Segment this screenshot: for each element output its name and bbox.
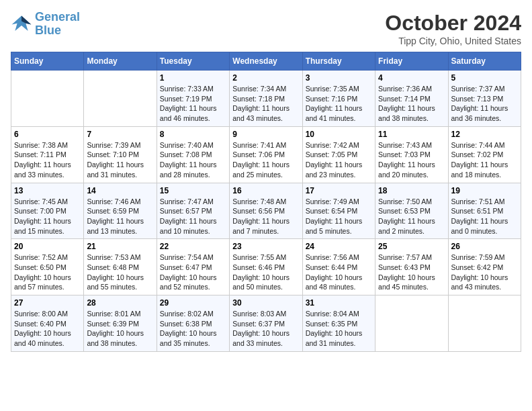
day-number: 29: [160, 298, 226, 308]
day-number: 1: [160, 73, 226, 83]
weekday-header-friday: Friday: [375, 52, 448, 71]
cell-details: Sunrise: 7:52 AMSunset: 6:50 PMDaylight:…: [14, 253, 81, 292]
logo: General Blue: [11, 11, 80, 38]
weekday-header-sunday: Sunday: [11, 52, 84, 71]
calendar-table: SundayMondayTuesdayWednesdayThursdayFrid…: [11, 52, 521, 352]
day-number: 16: [232, 186, 299, 195]
cell-details: Sunrise: 7:39 AMSunset: 7:10 PMDaylight:…: [87, 140, 153, 180]
day-number: 14: [87, 186, 153, 195]
cell-details: Sunrise: 7:50 AMSunset: 6:53 PMDaylight:…: [378, 197, 445, 236]
weekday-header-monday: Monday: [84, 52, 157, 71]
header: General Blue October 2024 Tipp City, Ohi…: [11, 11, 521, 46]
calendar-cell: 15Sunrise: 7:47 AMSunset: 6:57 PMDayligh…: [157, 183, 229, 239]
week-row-4: 20Sunrise: 7:52 AMSunset: 6:50 PMDayligh…: [11, 239, 521, 295]
day-number: 12: [451, 130, 518, 139]
cell-details: Sunrise: 7:44 AMSunset: 7:02 PMDaylight:…: [451, 140, 518, 180]
day-number: 27: [14, 298, 81, 308]
day-number: 19: [451, 186, 518, 195]
cell-details: Sunrise: 7:34 AMSunset: 7:18 PMDaylight:…: [232, 84, 299, 124]
day-number: 24: [306, 242, 372, 251]
day-number: 17: [306, 186, 372, 195]
day-number: 25: [378, 242, 445, 251]
month-title: October 2024: [385, 11, 521, 36]
cell-details: Sunrise: 7:43 AMSunset: 7:03 PMDaylight:…: [378, 140, 445, 180]
calendar-cell: 13Sunrise: 7:45 AMSunset: 7:00 PMDayligh…: [11, 183, 84, 239]
calendar-cell: 18Sunrise: 7:50 AMSunset: 6:53 PMDayligh…: [375, 183, 448, 239]
logo-text: General Blue: [35, 11, 80, 38]
calendar-cell: 22Sunrise: 7:54 AMSunset: 6:47 PMDayligh…: [157, 239, 229, 295]
day-number: 8: [160, 130, 226, 139]
calendar-cell: 26Sunrise: 7:59 AMSunset: 6:42 PMDayligh…: [448, 239, 521, 295]
cell-details: Sunrise: 7:56 AMSunset: 6:44 PMDaylight:…: [306, 253, 372, 292]
calendar-cell: 4Sunrise: 7:36 AMSunset: 7:14 PMDaylight…: [375, 71, 448, 127]
cell-details: Sunrise: 8:01 AMSunset: 6:39 PMDaylight:…: [87, 309, 153, 349]
calendar-cell: 10Sunrise: 7:42 AMSunset: 7:05 PMDayligh…: [302, 126, 375, 183]
calendar-cell: 29Sunrise: 8:02 AMSunset: 6:38 PMDayligh…: [157, 295, 229, 352]
day-number: 26: [451, 242, 518, 251]
calendar-cell: 31Sunrise: 8:04 AMSunset: 6:35 PMDayligh…: [302, 295, 375, 352]
calendar-cell: 8Sunrise: 7:40 AMSunset: 7:08 PMDaylight…: [157, 126, 229, 183]
week-row-2: 6Sunrise: 7:38 AMSunset: 7:11 PMDaylight…: [11, 126, 521, 183]
calendar-cell: 30Sunrise: 8:03 AMSunset: 6:37 PMDayligh…: [230, 295, 302, 352]
week-row-5: 27Sunrise: 8:00 AMSunset: 6:40 PMDayligh…: [11, 295, 521, 352]
cell-details: Sunrise: 7:33 AMSunset: 7:19 PMDaylight:…: [160, 84, 226, 124]
calendar-cell: 24Sunrise: 7:56 AMSunset: 6:44 PMDayligh…: [302, 239, 375, 295]
cell-details: Sunrise: 7:57 AMSunset: 6:43 PMDaylight:…: [378, 253, 445, 292]
calendar-cell: 11Sunrise: 7:43 AMSunset: 7:03 PMDayligh…: [375, 126, 448, 183]
day-number: 18: [378, 186, 445, 195]
calendar-cell: 25Sunrise: 7:57 AMSunset: 6:43 PMDayligh…: [375, 239, 448, 295]
day-number: 13: [14, 186, 81, 195]
calendar-cell: [11, 71, 84, 127]
day-number: 30: [232, 298, 299, 308]
weekday-header-row: SundayMondayTuesdayWednesdayThursdayFrid…: [11, 52, 521, 71]
calendar-cell: 5Sunrise: 7:37 AMSunset: 7:13 PMDaylight…: [448, 71, 521, 127]
cell-details: Sunrise: 7:38 AMSunset: 7:11 PMDaylight:…: [14, 140, 81, 180]
calendar-cell: 27Sunrise: 8:00 AMSunset: 6:40 PMDayligh…: [11, 295, 84, 352]
calendar-cell: 7Sunrise: 7:39 AMSunset: 7:10 PMDaylight…: [84, 126, 157, 183]
calendar-cell: 19Sunrise: 7:51 AMSunset: 6:51 PMDayligh…: [448, 183, 521, 239]
day-number: 22: [160, 242, 226, 251]
cell-details: Sunrise: 7:53 AMSunset: 6:48 PMDaylight:…: [87, 253, 153, 292]
day-number: 7: [87, 130, 153, 139]
day-number: 23: [232, 242, 299, 251]
calendar-cell: [375, 295, 448, 352]
day-number: 31: [306, 298, 372, 308]
day-number: 5: [451, 73, 518, 83]
weekday-header-saturday: Saturday: [448, 52, 521, 71]
day-number: 28: [87, 298, 153, 308]
cell-details: Sunrise: 8:00 AMSunset: 6:40 PMDaylight:…: [14, 309, 81, 349]
cell-details: Sunrise: 8:04 AMSunset: 6:35 PMDaylight:…: [306, 309, 372, 349]
cell-details: Sunrise: 7:40 AMSunset: 7:08 PMDaylight:…: [160, 140, 226, 180]
cell-details: Sunrise: 7:35 AMSunset: 7:16 PMDaylight:…: [306, 84, 372, 124]
weekday-header-wednesday: Wednesday: [230, 52, 302, 71]
week-row-1: 1Sunrise: 7:33 AMSunset: 7:19 PMDaylight…: [11, 71, 521, 127]
calendar-cell: 3Sunrise: 7:35 AMSunset: 7:16 PMDaylight…: [302, 71, 375, 127]
calendar-cell: 14Sunrise: 7:46 AMSunset: 6:59 PMDayligh…: [84, 183, 157, 239]
cell-details: Sunrise: 7:37 AMSunset: 7:13 PMDaylight:…: [451, 84, 518, 124]
calendar-cell: 16Sunrise: 7:48 AMSunset: 6:56 PMDayligh…: [230, 183, 302, 239]
cell-details: Sunrise: 7:54 AMSunset: 6:47 PMDaylight:…: [160, 253, 226, 292]
calendar-cell: 23Sunrise: 7:55 AMSunset: 6:46 PMDayligh…: [230, 239, 302, 295]
day-number: 20: [14, 242, 81, 251]
week-row-3: 13Sunrise: 7:45 AMSunset: 7:00 PMDayligh…: [11, 183, 521, 239]
cell-details: Sunrise: 7:46 AMSunset: 6:59 PMDaylight:…: [87, 197, 153, 236]
day-number: 6: [14, 130, 81, 139]
calendar-cell: [84, 71, 157, 127]
logo-icon: [11, 15, 32, 34]
calendar-cell: [448, 295, 521, 352]
weekday-header-tuesday: Tuesday: [157, 52, 229, 71]
title-area: October 2024 Tipp City, Ohio, United Sta…: [385, 11, 521, 46]
day-number: 10: [306, 130, 372, 139]
weekday-header-thursday: Thursday: [302, 52, 375, 71]
cell-details: Sunrise: 8:03 AMSunset: 6:37 PMDaylight:…: [232, 309, 299, 349]
cell-details: Sunrise: 7:47 AMSunset: 6:57 PMDaylight:…: [160, 197, 226, 236]
calendar-cell: 17Sunrise: 7:49 AMSunset: 6:54 PMDayligh…: [302, 183, 375, 239]
calendar-cell: 1Sunrise: 7:33 AMSunset: 7:19 PMDaylight…: [157, 71, 229, 127]
cell-details: Sunrise: 7:45 AMSunset: 7:00 PMDaylight:…: [14, 197, 81, 236]
location-title: Tipp City, Ohio, United States: [385, 36, 521, 46]
cell-details: Sunrise: 7:59 AMSunset: 6:42 PMDaylight:…: [451, 253, 518, 292]
calendar-cell: 9Sunrise: 7:41 AMSunset: 7:06 PMDaylight…: [230, 126, 302, 183]
day-number: 3: [306, 73, 372, 83]
cell-details: Sunrise: 7:36 AMSunset: 7:14 PMDaylight:…: [378, 84, 445, 124]
cell-details: Sunrise: 7:51 AMSunset: 6:51 PMDaylight:…: [451, 197, 518, 236]
